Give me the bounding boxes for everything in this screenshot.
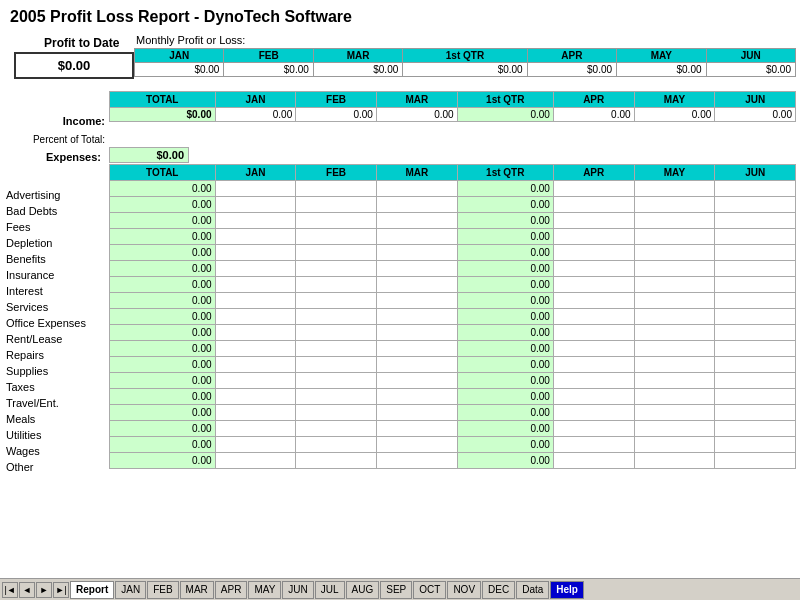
expense-row: 0.000.00 xyxy=(110,453,796,469)
expense-cell xyxy=(715,245,796,261)
tab-jun[interactable]: JUN xyxy=(282,581,313,599)
profit-header-jan: JAN xyxy=(135,49,224,63)
exp-header-total: TOTAL xyxy=(110,165,216,181)
tab-help[interactable]: Help xyxy=(550,581,584,599)
expense-row: 0.000.00 xyxy=(110,405,796,421)
tab-sep[interactable]: SEP xyxy=(380,581,412,599)
expense-cell xyxy=(215,357,296,373)
expense-cell xyxy=(215,421,296,437)
expense-cell: 0.00 xyxy=(110,181,216,197)
profit-value-cell: $0.00 xyxy=(527,63,616,77)
exp-header-feb: FEB xyxy=(296,165,377,181)
expense-label-supplies: Supplies xyxy=(4,363,109,379)
expense-label-interest: Interest xyxy=(4,283,109,299)
expense-cell xyxy=(553,357,634,373)
expense-cell xyxy=(715,197,796,213)
expense-cell xyxy=(553,229,634,245)
income-header-apr: APR xyxy=(553,92,634,108)
expense-cell xyxy=(376,357,457,373)
expense-cell xyxy=(634,213,715,229)
tab-aug[interactable]: AUG xyxy=(346,581,380,599)
expense-cell xyxy=(296,325,377,341)
exp-header-mar: MAR xyxy=(376,165,457,181)
expense-label-bad-debts: Bad Debts xyxy=(4,203,109,219)
tab-apr[interactable]: APR xyxy=(215,581,248,599)
income-mar: 0.00 xyxy=(376,108,457,122)
expense-cell xyxy=(376,261,457,277)
tab-nov[interactable]: NOV xyxy=(447,581,481,599)
expense-cell: 0.00 xyxy=(457,309,553,325)
expense-cell xyxy=(376,213,457,229)
expenses-total: $0.00 xyxy=(109,147,189,163)
nav-first-arrow[interactable]: |◄ xyxy=(2,582,18,598)
expense-cell xyxy=(715,261,796,277)
income-section: Income: Percent of Total: TOTAL JAN FEB … xyxy=(4,91,796,147)
expense-cell xyxy=(296,357,377,373)
tab-may[interactable]: MAY xyxy=(248,581,281,599)
expense-cell xyxy=(553,453,634,469)
expense-cell xyxy=(296,309,377,325)
expense-cell xyxy=(215,277,296,293)
profit-header-apr: APR xyxy=(527,49,616,63)
expense-cell xyxy=(376,341,457,357)
profit-value: $0.00 xyxy=(14,52,134,79)
expense-cell xyxy=(553,293,634,309)
expense-cell xyxy=(296,405,377,421)
income-1qtr: 0.00 xyxy=(457,108,553,122)
expense-cell: 0.00 xyxy=(110,309,216,325)
main-window: 2005 Profit Loss Report - DynoTech Softw… xyxy=(0,0,800,600)
exp-header-1qtr: 1st QTR xyxy=(457,165,553,181)
expense-label-benefits: Benefits xyxy=(4,251,109,267)
expense-cell xyxy=(553,213,634,229)
expense-cell: 0.00 xyxy=(110,325,216,341)
expense-cell xyxy=(215,309,296,325)
tab-jan[interactable]: JAN xyxy=(115,581,146,599)
income-percent-row xyxy=(110,122,796,136)
expense-cell xyxy=(715,373,796,389)
expense-cell xyxy=(376,245,457,261)
expense-cell xyxy=(634,453,715,469)
exp-header-apr: APR xyxy=(553,165,634,181)
expense-cell: 0.00 xyxy=(457,277,553,293)
income-may: 0.00 xyxy=(634,108,715,122)
expense-row: 0.000.00 xyxy=(110,245,796,261)
expense-cell xyxy=(296,277,377,293)
expense-cell: 0.00 xyxy=(457,357,553,373)
expense-cell xyxy=(296,341,377,357)
profit-header-may: MAY xyxy=(617,49,706,63)
income-left: Income: Percent of Total: xyxy=(4,91,109,147)
income-header-may: MAY xyxy=(634,92,715,108)
expense-row: 0.000.00 xyxy=(110,437,796,453)
profit-value-cell: $0.00 xyxy=(617,63,706,77)
expense-cell xyxy=(715,181,796,197)
profit-header-jun: JUN xyxy=(706,49,795,63)
expense-cell xyxy=(553,389,634,405)
profit-section: Profit to Date $0.00 Monthly Profit or L… xyxy=(4,34,796,79)
expense-cell xyxy=(634,373,715,389)
expense-cell xyxy=(215,453,296,469)
tab-oct[interactable]: OCT xyxy=(413,581,446,599)
tab-feb[interactable]: FEB xyxy=(147,581,178,599)
expense-cell: 0.00 xyxy=(457,453,553,469)
expense-cell xyxy=(634,437,715,453)
tab-bar: |◄ ◄ ► ►| ReportJANFEBMARAPRMAYJUNJULAUG… xyxy=(0,578,800,600)
profit-right: Monthly Profit or Loss: JAN FEB MAR 1st … xyxy=(134,34,796,77)
expenses-table: TOTAL JAN FEB MAR 1st QTR APR MAY JUN 0.… xyxy=(109,164,796,469)
tab-jul[interactable]: JUL xyxy=(315,581,345,599)
expense-cell xyxy=(376,181,457,197)
expense-cell: 0.00 xyxy=(110,293,216,309)
expense-cell: 0.00 xyxy=(457,197,553,213)
nav-prev-arrow[interactable]: ◄ xyxy=(19,582,35,598)
expense-cell xyxy=(215,293,296,309)
tab-mar[interactable]: MAR xyxy=(180,581,214,599)
expense-cell xyxy=(553,405,634,421)
expense-cell xyxy=(296,389,377,405)
nav-last-arrow[interactable]: ►| xyxy=(53,582,69,598)
expense-cell xyxy=(296,437,377,453)
expense-cell xyxy=(376,293,457,309)
tab-dec[interactable]: DEC xyxy=(482,581,515,599)
expense-row: 0.000.00 xyxy=(110,389,796,405)
nav-next-arrow[interactable]: ► xyxy=(36,582,52,598)
tab-data[interactable]: Data xyxy=(516,581,549,599)
tab-report[interactable]: Report xyxy=(70,581,114,599)
